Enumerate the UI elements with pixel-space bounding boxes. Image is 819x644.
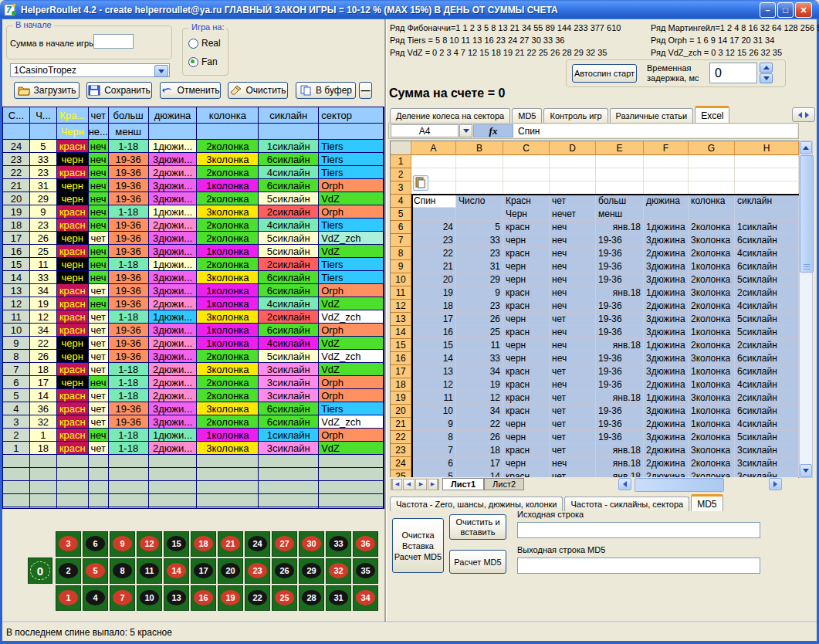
row-header-19[interactable]: 19 [391, 391, 411, 405]
excel-cell-F12[interactable]: 2дюжина [644, 300, 689, 313]
row-header-9[interactable]: 9 [391, 260, 411, 273]
excel-cell-A22[interactable]: 8 [411, 431, 456, 444]
md5-output-field[interactable] [517, 558, 760, 574]
sheet-nav-prev-icon[interactable]: ◀ [403, 479, 415, 490]
row-header-11[interactable]: 11 [391, 286, 411, 300]
excel-cell-E2[interactable] [596, 168, 644, 181]
excel-cell-D22[interactable]: чет [550, 431, 596, 444]
roulette-cell-31[interactable]: 31 [326, 585, 351, 611]
roulette-cell-19[interactable]: 19 [218, 585, 243, 611]
tab-scroll-right-icon[interactable] [805, 112, 809, 118]
sheet-nav-next-icon[interactable]: ▶ [415, 479, 427, 490]
excel-cell-A10[interactable]: 20 [411, 273, 456, 286]
tab-MD5[interactable]: MD5 [512, 108, 542, 123]
excel-cell-F23[interactable]: 2дюжина [644, 444, 689, 457]
roulette-cell-12[interactable]: 12 [137, 531, 162, 557]
excel-cell-D24[interactable]: неч [550, 457, 596, 470]
excel-cell-C14[interactable]: красн [503, 326, 550, 339]
tab-Деление колеса на сектора[interactable]: Деление колеса на сектора [390, 108, 510, 123]
excel-cell-E4[interactable]: больш [596, 195, 644, 208]
roulette-cell-21[interactable]: 21 [218, 531, 243, 557]
scroll-down-icon[interactable] [800, 464, 812, 477]
excel-cell-G11[interactable]: 3колонка [689, 286, 735, 300]
excel-cell-E21[interactable]: 19-36 [596, 418, 644, 431]
excel-cell-D1[interactable] [550, 155, 596, 168]
excel-cell-D11[interactable]: неч [550, 286, 596, 300]
excel-cell-G2[interactable] [689, 168, 735, 181]
delay-stepper[interactable] [760, 63, 773, 83]
row-header-10[interactable]: 10 [391, 273, 411, 286]
roulette-cell-35[interactable]: 35 [353, 558, 378, 584]
excel-cell-B22[interactable]: 26 [456, 431, 503, 444]
row-header-12[interactable]: 12 [391, 300, 411, 313]
excel-cell-B21[interactable]: 22 [456, 418, 503, 431]
excel-cell-C23[interactable]: красн [503, 444, 550, 457]
excel-cell-C7[interactable]: черн [503, 234, 550, 247]
excel-cell-F24[interactable]: 2дюжина [644, 457, 689, 470]
excel-cell-H10[interactable]: 5сиклайн [735, 273, 799, 286]
excel-cell-E16[interactable]: 19-36 [596, 352, 644, 365]
excel-cell-A21[interactable]: 9 [411, 418, 456, 431]
excel-cell-A16[interactable]: 14 [411, 352, 456, 365]
excel-cell-C15[interactable]: черн [503, 339, 550, 352]
excel-cell-D10[interactable]: неч [550, 273, 596, 286]
excel-cell-H18[interactable]: 4сиклайн [735, 378, 799, 391]
excel-cell-F20[interactable]: 3дюжина [644, 405, 689, 418]
name-box-dropdown-icon[interactable] [459, 124, 472, 137]
excel-cell-G15[interactable]: 2колонка [689, 339, 735, 352]
excel-cell-E19[interactable]: янв.18 [596, 391, 644, 405]
excel-cell-H19[interactable]: 2сиклайн [735, 391, 799, 405]
md5-clear-paste-calc-button[interactable]: ОчисткаВставкаРасчет MD5 [392, 518, 444, 573]
excel-cell-B24[interactable]: 17 [456, 457, 503, 470]
column-header-F[interactable]: F [644, 141, 689, 155]
excel-cell-G6[interactable]: 2колонка [689, 221, 735, 234]
cell-name-box[interactable]: A4 [391, 124, 459, 137]
excel-cell-D13[interactable]: чет [550, 313, 596, 326]
excel-cell-B10[interactable]: 29 [456, 273, 503, 286]
roulette-cell-16[interactable]: 16 [191, 585, 216, 611]
scroll-thumb[interactable] [800, 155, 814, 273]
roulette-cell-18[interactable]: 18 [191, 531, 216, 557]
excel-cell-C19[interactable]: красн [503, 391, 550, 405]
row-header-13[interactable]: 13 [391, 313, 411, 326]
excel-cell-D21[interactable]: чет [550, 418, 596, 431]
excel-cell-G14[interactable]: 1колонка [689, 326, 735, 339]
excel-cell-C4[interactable]: Красн [503, 195, 550, 208]
excel-cell-C6[interactable]: красн [503, 221, 550, 234]
excel-cell-A17[interactable]: 13 [411, 365, 456, 378]
roulette-cell-28[interactable]: 28 [299, 585, 324, 611]
excel-cell-G1[interactable] [689, 155, 735, 168]
excel-cell-B3[interactable] [456, 181, 503, 195]
excel-cell-D17[interactable]: чет [550, 365, 596, 378]
roulette-cell-26[interactable]: 26 [272, 558, 297, 584]
roulette-cell-36[interactable]: 36 [353, 531, 378, 557]
fx-icon[interactable]: fx [473, 124, 513, 137]
delay-input[interactable]: 0 [709, 63, 757, 83]
excel-cell-C20[interactable]: красн [503, 405, 550, 418]
undo-button[interactable]: Отменить [160, 82, 221, 99]
excel-cell-H20[interactable]: 6сиклайн [735, 405, 799, 418]
excel-cell-F18[interactable]: 2дюжина [644, 378, 689, 391]
excel-cell-B9[interactable]: 31 [456, 260, 503, 273]
excel-cell-A6[interactable]: 24 [411, 221, 456, 234]
excel-cell-B7[interactable]: 33 [456, 234, 503, 247]
row-header-6[interactable]: 6 [391, 221, 411, 234]
roulette-cell-13[interactable]: 13 [164, 585, 189, 611]
excel-cell-A14[interactable]: 16 [411, 326, 456, 339]
excel-cell-D18[interactable]: неч [550, 378, 596, 391]
close-button[interactable]: ✕ [795, 2, 812, 18]
excel-cell-A12[interactable]: 18 [411, 300, 456, 313]
excel-cell-A9[interactable]: 21 [411, 260, 456, 273]
roulette-cell-3[interactable]: 3 [56, 531, 81, 557]
excel-cell-H23[interactable]: 3сиклайн [735, 444, 799, 457]
excel-cell-D9[interactable]: неч [550, 260, 596, 273]
roulette-cell-27[interactable]: 27 [272, 531, 297, 557]
excel-cell-H16[interactable]: 6сиклайн [735, 352, 799, 365]
excel-cell-C13[interactable]: черн [503, 313, 550, 326]
excel-cell-B12[interactable]: 23 [456, 300, 503, 313]
roulette-cell-2[interactable]: 2 [56, 558, 81, 584]
excel-cell-E3[interactable] [596, 181, 644, 195]
sheet-tab-Лист2[interactable]: Лист2 [484, 478, 524, 490]
excel-cell-E13[interactable]: 19-36 [596, 313, 644, 326]
tab-scroll-buttons[interactable] [792, 107, 815, 122]
